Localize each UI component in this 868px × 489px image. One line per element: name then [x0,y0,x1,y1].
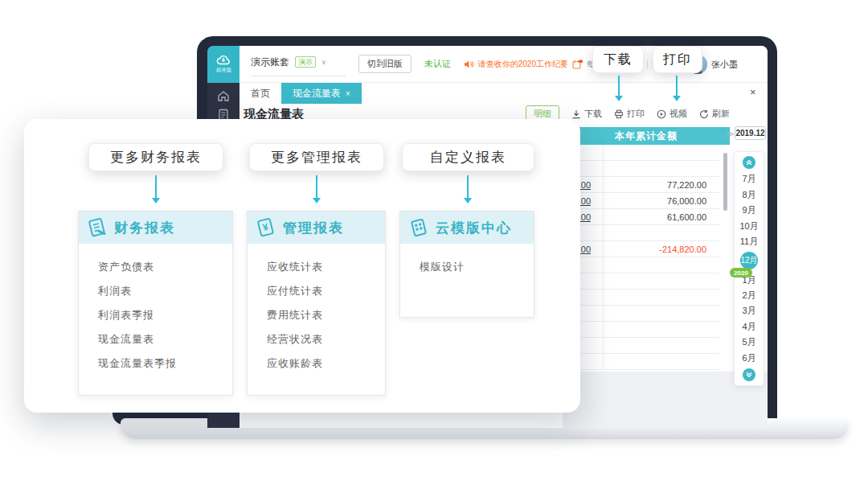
table-scrollbar[interactable] [723,153,727,211]
table-row [563,338,719,354]
table-row [563,322,719,338]
report-link[interactable]: 应收统计表 [267,255,385,279]
expand-columns-icon[interactable]: ≫ [726,129,734,138]
negative-amount-value: -214,820.00 [659,244,706,254]
table-row: 76,000.00 76,000.00 [563,193,719,209]
report-link[interactable]: 现金流量表季报 [98,351,232,376]
cloud-logo-icon [216,55,231,65]
download-button[interactable]: 下载 [571,108,602,120]
panel-header: 云模版中心 [400,212,534,244]
refresh-label: 刷新 [712,108,730,120]
cert-status[interactable]: 未认证 [424,58,451,70]
callout-more-management: 更多管理报表 [249,143,384,171]
management-report-icon: ¥ [253,215,279,240]
month-item[interactable]: 11月 [740,236,758,247]
month-item[interactable]: 7月 [742,174,755,184]
notice-link[interactable]: 请查收你的2020工作纪要 [478,59,568,70]
tab-close-icon[interactable]: × [346,89,350,98]
tabbar-close-icon[interactable]: × [750,86,756,98]
callout-custom-report: 自定义报表 [402,143,534,171]
chevron-down-icon: ∨ [321,59,326,66]
table-row [563,161,719,177]
speaker-icon [464,60,474,69]
table-row [563,225,719,241]
cloud-template-panel: 云模版中心 模版设计 [399,211,534,318]
amount-value: 77,220.00 [667,180,706,190]
table-row: 61,600.00 61,600.00 [563,209,719,225]
user-name[interactable]: 张小墨 [711,59,738,71]
amount-value: 76,000.00 [667,196,706,206]
table-column-header[interactable]: 本年累计金额 [563,127,730,145]
download-icon [571,109,581,119]
callout-print: 打印 [653,46,702,73]
finance-report-icon [84,215,110,240]
period-selector[interactable]: 2019.12 [735,126,766,140]
report-list: 资产负债表 利润表 利润表季报 现金流量表 现金流量表季报 [79,244,232,376]
double-chevron-up-icon [746,159,752,166]
month-item[interactable]: 6月 [742,353,755,364]
divider [647,60,648,69]
table-row [563,306,719,322]
month-item[interactable]: 8月 [742,190,755,200]
video-icon [657,109,666,119]
panel-title: 财务报表 [114,219,175,237]
report-link[interactable]: 应付统计表 [267,279,385,303]
table-row: 77,220.00 77,220.00 [563,177,719,193]
management-reports-panel: ¥ 管理报表 应收统计表 应付统计表 费用统计表 经营状况表 应收账龄表 [247,211,386,396]
double-chevron-down-icon [746,372,752,378]
amount-value: 61,600.00 [667,212,706,222]
panel-header: 财务报表 [79,212,232,244]
calendar-new-icon [572,60,583,69]
report-list: 模版设计 [400,244,534,279]
table-row [563,273,719,290]
sidebar-item-home[interactable] [207,86,240,105]
new-badge [579,60,583,63]
print-button[interactable]: 打印 [614,108,645,120]
tab-label: 现金流量表 [293,87,341,101]
logo-edition-label: 标准版 [216,67,231,74]
scroll-up-button[interactable] [743,156,755,169]
app-logo[interactable]: 标准版 [207,46,240,83]
arrow-to-template-panel [467,175,469,202]
print-icon [614,109,624,119]
month-item[interactable]: 5月 [742,337,755,347]
scroll-down-button[interactable] [743,368,755,381]
tab-home[interactable]: 首页 [240,83,281,104]
refresh-button[interactable]: 刷新 [699,108,730,120]
refresh-icon [699,109,709,119]
table-row: -214,820.00 -214,820.00 [563,241,719,257]
report-link[interactable]: 利润表季报 [98,303,232,327]
arrow-to-finance-panel [155,175,157,202]
year-badge: 2020 [730,268,752,277]
video-button[interactable]: 视频 [657,108,687,120]
report-link[interactable]: 资产负债表 [98,255,232,279]
month-item[interactable]: 2月 [742,290,755,301]
report-link[interactable]: 利润表 [98,279,232,303]
table-row [563,354,719,370]
switch-old-version-button[interactable]: 切到旧版 [358,55,411,73]
panel-header: ¥ 管理报表 [248,212,385,244]
svg-text:¥: ¥ [261,221,269,233]
finance-reports-panel: 财务报表 资产负债表 利润表 利润表季报 现金流量表 现金流量表季报 [78,211,233,396]
report-link[interactable]: 模版设计 [420,255,534,279]
month-item[interactable]: 9月 [742,205,755,216]
table-row [563,290,719,306]
panel-title: 云模版中心 [436,219,512,237]
month-item[interactable]: 4月 [742,322,755,332]
report-link[interactable]: 应收账龄表 [267,351,385,376]
tab-cash-flow[interactable]: 现金流量表 × [281,83,362,104]
cash-flow-table: 本年累计金额 77,220.00 77,220.00 76,000.00 76,… [563,127,730,370]
month-item[interactable]: 3月 [742,306,755,316]
month-item-active[interactable]: 12月 [740,252,758,269]
reports-overlay-card: 更多财务报表 更多管理报表 自定义报表 财务报表 资产负债表 利润表 利润表季报… [24,119,580,413]
account-switcher[interactable]: 演示账套 演示 ∨ [251,52,346,76]
report-link[interactable]: 现金流量表 [98,327,232,351]
demo-badge: 演示 [295,56,316,68]
panel-title: 管理报表 [283,219,344,237]
report-link[interactable]: 经营状况表 [267,327,385,351]
month-item[interactable]: 10月 [739,221,758,232]
report-link[interactable]: 费用统计表 [267,303,385,327]
arrow-to-management-panel [316,175,317,202]
callout-more-finance: 更多财务报表 [88,143,223,171]
table-row [563,257,719,273]
